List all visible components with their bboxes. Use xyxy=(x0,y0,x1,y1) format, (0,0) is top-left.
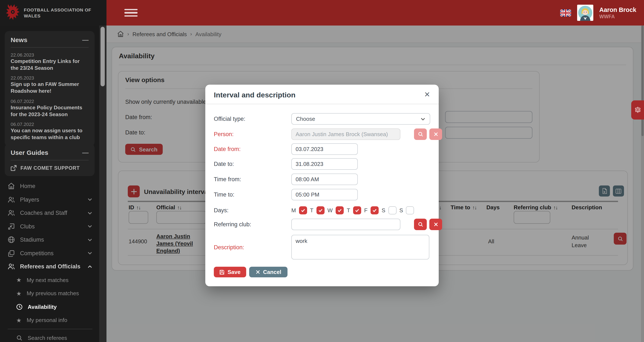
news-item[interactable]: 06.07.2022 Insurance Policy Documents fo… xyxy=(11,99,88,118)
time-from-label: Time from: xyxy=(214,173,241,185)
gear-icon xyxy=(634,106,641,114)
clock-icon xyxy=(16,304,22,310)
time-to-input[interactable]: 05:00 PM xyxy=(291,189,358,200)
news-title: News xyxy=(11,36,27,43)
news-item[interactable]: 06.07.2022 You can now assign users to s… xyxy=(11,122,88,141)
news-item-title[interactable]: Insurance Policy Documents for the 2023-… xyxy=(11,105,88,118)
sidebar-item-my-personal-info[interactable]: ★ My personal info xyxy=(0,314,99,327)
news-collapse-icon[interactable]: — xyxy=(82,36,88,43)
modal-close-icon[interactable]: ✕ xyxy=(424,90,430,99)
day-checkbox[interactable] xyxy=(370,206,379,214)
brand-text: FOOTBALL ASSOCIATION OF WALES xyxy=(24,7,91,19)
time-to-label: Time to: xyxy=(214,189,234,200)
user-guides-collapse-icon[interactable]: — xyxy=(82,149,88,156)
sidebar-divider xyxy=(0,327,99,331)
description-textarea[interactable]: work xyxy=(291,235,429,259)
referring-club-input[interactable] xyxy=(291,219,400,230)
news-item-title[interactable]: Competition Entry Links for the 23/24 Se… xyxy=(11,58,88,72)
referring-club-clear-button[interactable] xyxy=(429,219,442,230)
news-item-title[interactable]: Sign up to an FAW Summer Roadshow here! xyxy=(11,81,88,95)
user-guides-panel: User Guides — FAW COMET SUPPORT xyxy=(5,144,94,176)
modal-title: Interval and description xyxy=(214,91,296,100)
day-checkbox[interactable] xyxy=(336,206,344,214)
day-letter: S xyxy=(399,207,403,213)
user-organization: WWFA xyxy=(599,14,636,19)
news-date: 22.05.2023 xyxy=(11,75,88,81)
faw-comet-support-link[interactable]: FAW COMET SUPPORT xyxy=(11,165,88,171)
sidebar-item-players[interactable]: Players xyxy=(0,193,99,206)
day-checkbox[interactable] xyxy=(316,206,324,214)
sidebar-item-search-referees[interactable]: Search referees xyxy=(0,331,99,342)
chevron-down-icon xyxy=(420,116,426,121)
sidebar-item-competitions[interactable]: Competitions xyxy=(0,246,99,260)
sidebar-item-availability[interactable]: Availability xyxy=(0,300,99,314)
news-item-title[interactable]: You can now assign users to specific tea… xyxy=(11,128,88,141)
day-letter: T xyxy=(310,207,314,213)
sidebar-menu: Home Players Coaches and Staff Clubs Sta… xyxy=(0,179,99,342)
chevron-down-icon xyxy=(87,210,92,216)
person-clear-button xyxy=(429,129,442,140)
faw-crest-logo xyxy=(6,3,21,22)
day-letter: M xyxy=(291,207,296,213)
sidebar-item-home[interactable]: Home xyxy=(0,179,99,193)
chevron-up-icon xyxy=(87,264,92,269)
star-icon: ★ xyxy=(16,277,22,283)
avatar[interactable] xyxy=(577,5,593,21)
sidebar-item-coaches-and-staff[interactable]: Coaches and Staff xyxy=(0,206,99,220)
close-icon xyxy=(434,132,438,137)
star-icon: ★ xyxy=(16,317,22,323)
person-input: Aaron Justin James Brock (Swansea) xyxy=(291,129,400,140)
day-checkbox[interactable] xyxy=(353,206,361,214)
cancel-button[interactable]: Cancel xyxy=(249,267,288,277)
globe-icon xyxy=(8,236,15,244)
sidebar-item-my-previous-matches[interactable]: ★ My previous matches xyxy=(0,287,99,300)
home-icon xyxy=(8,183,15,190)
settings-button[interactable] xyxy=(631,100,644,120)
club-import-icon xyxy=(8,223,15,230)
official-type-label: Official type: xyxy=(214,113,245,125)
news-panel: News — 22.06.2023 Competition Entry Link… xyxy=(5,31,94,146)
external-link-icon xyxy=(11,165,16,171)
people-icon xyxy=(8,263,15,270)
people-icon xyxy=(8,196,15,203)
sidebar-item-referees-and-officials[interactable]: Referees and Officials xyxy=(0,260,99,273)
days-label: Days: xyxy=(214,206,228,214)
day-checkbox[interactable] xyxy=(388,206,396,214)
copy-icon xyxy=(8,250,15,257)
time-from-input[interactable]: 08:00 AM xyxy=(291,173,358,185)
referring-club-search-button[interactable] xyxy=(414,219,427,230)
search-icon xyxy=(418,222,423,227)
modal-date-to-input[interactable]: 31.08.2023 xyxy=(291,158,358,170)
sidebar-item-stadiums[interactable]: Stadiums xyxy=(0,233,99,246)
news-date: 06.07.2022 xyxy=(11,99,88,104)
sidebar-scrollbar-thumb[interactable] xyxy=(100,27,105,86)
day-checkbox[interactable] xyxy=(406,206,414,214)
hamburger-menu-icon[interactable] xyxy=(124,9,138,16)
user-name[interactable]: Aaron Brock xyxy=(599,6,636,14)
days-checkbox-group: MTWTFSS xyxy=(291,206,414,214)
modal-date-to-label: Date to: xyxy=(214,158,234,170)
official-type-select[interactable]: Choose xyxy=(291,113,430,125)
chevron-down-icon xyxy=(87,237,92,242)
day-letter: F xyxy=(364,207,368,213)
news-date: 06.07.2022 xyxy=(11,122,88,127)
description-label: Description: xyxy=(214,235,244,259)
save-button[interactable]: Save xyxy=(214,267,246,277)
referring-club-label: Referring club: xyxy=(214,219,251,230)
news-item[interactable]: 22.06.2023 Competition Entry Links for t… xyxy=(11,52,88,72)
news-item[interactable]: 22.05.2023 Sign up to an FAW Summer Road… xyxy=(11,75,88,95)
day-checkbox[interactable] xyxy=(299,206,307,214)
person-search-button xyxy=(414,129,427,140)
sidebar-item-clubs[interactable]: Clubs xyxy=(0,220,99,233)
news-date: 22.06.2023 xyxy=(11,52,88,57)
modal-date-from-input[interactable]: 03.07.2023 xyxy=(291,143,358,155)
sidebar: News — 22.06.2023 Competition Entry Link… xyxy=(0,25,99,342)
user-guides-title: User Guides xyxy=(11,149,48,156)
sidebar-scrollbar[interactable] xyxy=(99,25,106,342)
day-letter: T xyxy=(347,207,350,213)
day-letter: W xyxy=(328,207,333,213)
header-brand-area: FOOTBALL ASSOCIATION OF WALES xyxy=(0,0,106,25)
uk-flag-icon[interactable] xyxy=(560,9,571,16)
day-letter: S xyxy=(382,207,385,213)
sidebar-item-my-next-matches[interactable]: ★ My next matches xyxy=(0,273,99,287)
